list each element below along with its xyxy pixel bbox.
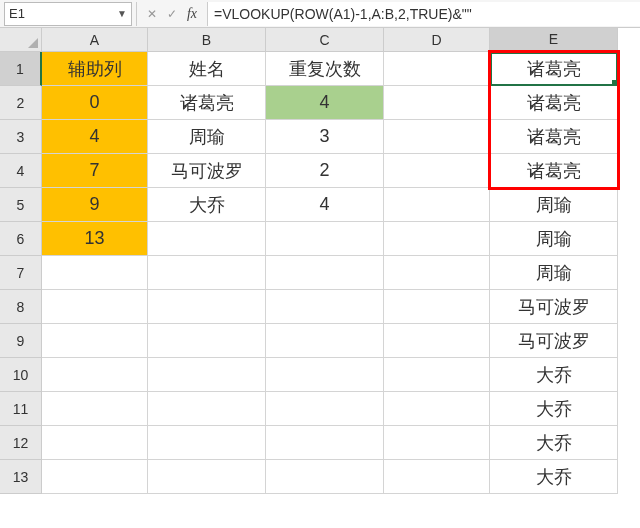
cell-A10[interactable] xyxy=(42,358,148,392)
cell-A4[interactable]: 7 xyxy=(42,154,148,188)
cell-D11[interactable] xyxy=(384,392,490,426)
cell-E6[interactable]: 周瑜 xyxy=(490,222,618,256)
cell-B5[interactable]: 大乔 xyxy=(148,188,266,222)
cell-B3[interactable]: 周瑜 xyxy=(148,120,266,154)
name-box-value: E1 xyxy=(9,6,25,21)
check-icon[interactable]: ✓ xyxy=(163,5,181,23)
cell-C1[interactable]: 重复次数 xyxy=(266,52,384,86)
cell-C12[interactable] xyxy=(266,426,384,460)
fx-icon[interactable]: fx xyxy=(183,5,201,23)
cell-E7[interactable]: 周瑜 xyxy=(490,256,618,290)
cell-E2[interactable]: 诸葛亮 xyxy=(490,86,618,120)
rows-container: 1 辅助列 姓名 重复次数 诸葛亮 2 0 诸葛亮 4 诸葛亮 3 4 周瑜 3… xyxy=(0,52,640,494)
col-header-E[interactable]: E xyxy=(490,28,618,52)
row-header-10[interactable]: 10 xyxy=(0,358,42,392)
cell-D12[interactable] xyxy=(384,426,490,460)
cell-B13[interactable] xyxy=(148,460,266,494)
cell-D4[interactable] xyxy=(384,154,490,188)
cell-A13[interactable] xyxy=(42,460,148,494)
cell-B2[interactable]: 诸葛亮 xyxy=(148,86,266,120)
cell-A5[interactable]: 9 xyxy=(42,188,148,222)
cell-E13[interactable]: 大乔 xyxy=(490,460,618,494)
cell-A2[interactable]: 0 xyxy=(42,86,148,120)
row-header-12[interactable]: 12 xyxy=(0,426,42,460)
cell-C4[interactable]: 2 xyxy=(266,154,384,188)
cell-C3[interactable]: 3 xyxy=(266,120,384,154)
cell-C2[interactable]: 4 xyxy=(266,86,384,120)
cancel-icon[interactable]: ✕ xyxy=(143,5,161,23)
cell-D5[interactable] xyxy=(384,188,490,222)
formula-bar: E1 ▼ ✕ ✓ fx =VLOOKUP(ROW(A1)-1,A:B,2,TRU… xyxy=(0,0,640,28)
cell-E12[interactable]: 大乔 xyxy=(490,426,618,460)
cell-E10[interactable]: 大乔 xyxy=(490,358,618,392)
formula-input[interactable]: =VLOOKUP(ROW(A1)-1,A:B,2,TRUE)&"" xyxy=(208,2,640,26)
cell-C9[interactable] xyxy=(266,324,384,358)
row-header-13[interactable]: 13 xyxy=(0,460,42,494)
row-header-2[interactable]: 2 xyxy=(0,86,42,120)
row-header-1[interactable]: 1 xyxy=(0,52,42,86)
cell-D10[interactable] xyxy=(384,358,490,392)
cell-C6[interactable] xyxy=(266,222,384,256)
column-headers: A B C D E xyxy=(42,28,640,52)
cell-B1[interactable]: 姓名 xyxy=(148,52,266,86)
cell-B7[interactable] xyxy=(148,256,266,290)
cell-E5[interactable]: 周瑜 xyxy=(490,188,618,222)
cell-D2[interactable] xyxy=(384,86,490,120)
chevron-down-icon[interactable]: ▼ xyxy=(117,8,127,19)
cell-B11[interactable] xyxy=(148,392,266,426)
cell-A7[interactable] xyxy=(42,256,148,290)
cell-B4[interactable]: 马可波罗 xyxy=(148,154,266,188)
cell-C7[interactable] xyxy=(266,256,384,290)
col-header-D[interactable]: D xyxy=(384,28,490,52)
cell-E3[interactable]: 诸葛亮 xyxy=(490,120,618,154)
cell-E1[interactable]: 诸葛亮 xyxy=(490,52,618,86)
row-header-3[interactable]: 3 xyxy=(0,120,42,154)
row-header-5[interactable]: 5 xyxy=(0,188,42,222)
cell-C8[interactable] xyxy=(266,290,384,324)
cell-B6[interactable] xyxy=(148,222,266,256)
cell-D9[interactable] xyxy=(384,324,490,358)
cell-A9[interactable] xyxy=(42,324,148,358)
cell-A12[interactable] xyxy=(42,426,148,460)
select-all-corner[interactable] xyxy=(0,28,42,52)
col-header-A[interactable]: A xyxy=(42,28,148,52)
name-box[interactable]: E1 ▼ xyxy=(4,2,132,26)
cell-E8[interactable]: 马可波罗 xyxy=(490,290,618,324)
spreadsheet-grid: A B C D E 1 辅助列 姓名 重复次数 诸葛亮 2 0 诸葛亮 4 诸葛… xyxy=(0,28,640,494)
row-header-9[interactable]: 9 xyxy=(0,324,42,358)
cell-A8[interactable] xyxy=(42,290,148,324)
cell-B10[interactable] xyxy=(148,358,266,392)
col-header-B[interactable]: B xyxy=(148,28,266,52)
col-header-C[interactable]: C xyxy=(266,28,384,52)
formula-icons: ✕ ✓ fx xyxy=(136,2,208,26)
row-header-11[interactable]: 11 xyxy=(0,392,42,426)
cell-C11[interactable] xyxy=(266,392,384,426)
cell-A3[interactable]: 4 xyxy=(42,120,148,154)
cell-B9[interactable] xyxy=(148,324,266,358)
cell-D7[interactable] xyxy=(384,256,490,290)
cell-D8[interactable] xyxy=(384,290,490,324)
cell-D13[interactable] xyxy=(384,460,490,494)
row-header-6[interactable]: 6 xyxy=(0,222,42,256)
cell-C5[interactable]: 4 xyxy=(266,188,384,222)
cell-B8[interactable] xyxy=(148,290,266,324)
cell-B12[interactable] xyxy=(148,426,266,460)
row-header-7[interactable]: 7 xyxy=(0,256,42,290)
cell-E11[interactable]: 大乔 xyxy=(490,392,618,426)
cell-A6[interactable]: 13 xyxy=(42,222,148,256)
cell-D6[interactable] xyxy=(384,222,490,256)
cell-D1[interactable] xyxy=(384,52,490,86)
row-header-8[interactable]: 8 xyxy=(0,290,42,324)
cell-C13[interactable] xyxy=(266,460,384,494)
cell-D3[interactable] xyxy=(384,120,490,154)
row-header-4[interactable]: 4 xyxy=(0,154,42,188)
cell-A11[interactable] xyxy=(42,392,148,426)
cell-C10[interactable] xyxy=(266,358,384,392)
cell-A1[interactable]: 辅助列 xyxy=(42,52,148,86)
cell-E9[interactable]: 马可波罗 xyxy=(490,324,618,358)
cell-E4[interactable]: 诸葛亮 xyxy=(490,154,618,188)
